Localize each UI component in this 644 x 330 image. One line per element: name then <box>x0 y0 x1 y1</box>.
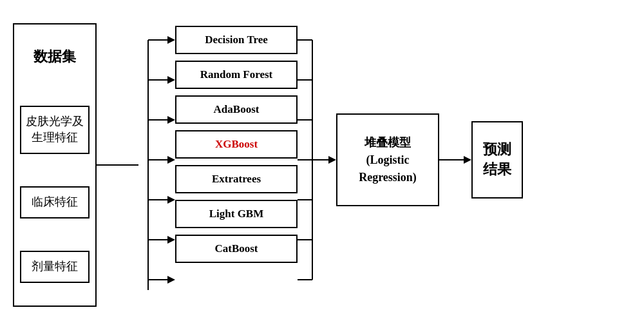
feature-box-1: 皮肤光学及生理特征 <box>20 106 90 153</box>
svg-marker-11 <box>167 196 175 204</box>
svg-marker-7 <box>167 116 175 124</box>
model-light-gbm: Light GBM <box>175 200 298 228</box>
arrows-svg <box>13 10 631 320</box>
svg-marker-15 <box>167 276 175 284</box>
svg-marker-27 <box>464 156 471 164</box>
left-feature-box: 数据集 皮肤光学及生理特征 临床特征 剂量特征 <box>13 23 97 307</box>
result-box: 预测结果 <box>471 121 523 199</box>
model-xgboost: XGBoost <box>175 130 298 159</box>
feature-box-2: 临床特征 <box>20 186 90 218</box>
svg-marker-5 <box>167 76 175 84</box>
svg-marker-9 <box>167 156 175 164</box>
svg-marker-13 <box>167 236 175 244</box>
model-catboost: CatBoost <box>175 235 298 263</box>
model-decision-tree: Decision Tree <box>175 26 298 54</box>
dataset-title: 数据集 <box>33 47 76 66</box>
feature-box-3: 剂量特征 <box>20 251 90 282</box>
svg-marker-3 <box>167 36 175 44</box>
models-column: Decision Tree Random Forest AdaBoost XGB… <box>175 26 298 263</box>
stacking-model-box: 堆叠模型(LogisticRegression) <box>336 113 439 206</box>
model-random-forest: Random Forest <box>175 61 298 89</box>
model-extratrees: Extratrees <box>175 165 298 193</box>
model-adaboost: AdaBoost <box>175 95 298 124</box>
svg-marker-25 <box>328 156 336 164</box>
diagram-container: 数据集 皮肤光学及生理特征 临床特征 剂量特征 Decision Tree Ra… <box>13 10 631 320</box>
